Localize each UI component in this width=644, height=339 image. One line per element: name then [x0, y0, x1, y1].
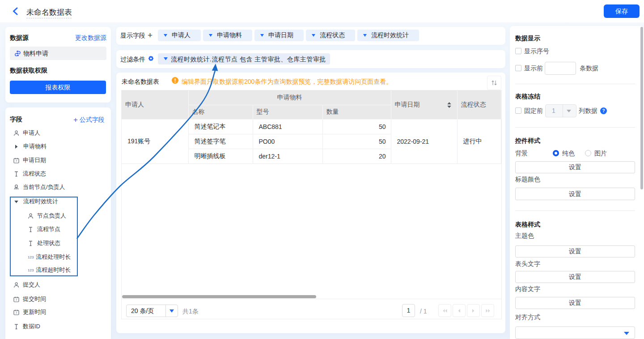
- svg-text:?: ?: [602, 108, 605, 113]
- svg-text:7: 7: [16, 311, 17, 314]
- svg-text:7: 7: [16, 159, 17, 163]
- svg-text:7: 7: [16, 298, 17, 301]
